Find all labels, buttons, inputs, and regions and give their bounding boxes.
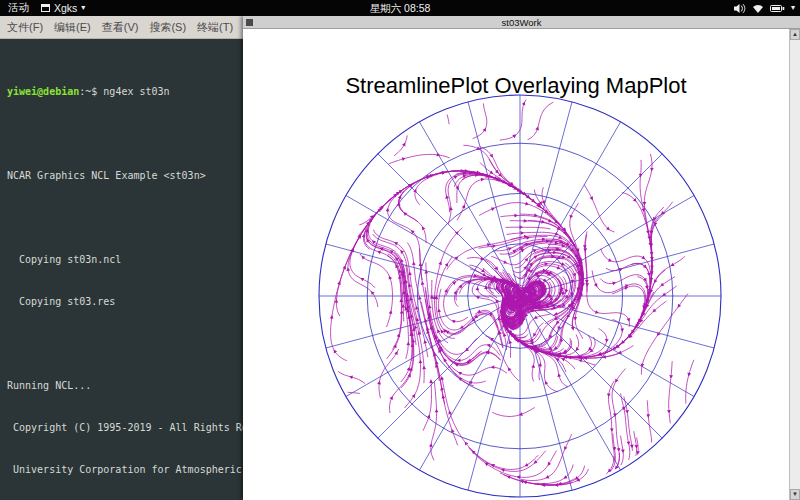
terminal-line: University Corporation for Atmospheric R… <box>7 463 236 477</box>
terminal-line: Copying st03.res <box>7 295 236 309</box>
terminal-line <box>7 211 236 225</box>
terminal-line <box>7 127 236 141</box>
menu-file[interactable]: 文件(F) <box>7 20 43 35</box>
window-titlebar[interactable]: st03Work <box>243 16 800 29</box>
chevron-down-icon: ▾ <box>791 0 795 16</box>
volume-icon <box>733 3 746 14</box>
menu-search[interactable]: 搜索(S) <box>149 20 186 35</box>
plot-canvas: StreamlinePlot Overlaying MapPlot <box>243 29 789 500</box>
menu-terminal[interactable]: 终端(T) <box>197 20 233 35</box>
vertical-scrollbar[interactable]: ▲ ▼ <box>789 29 800 500</box>
menu-view[interactable]: 查看(V) <box>102 20 139 35</box>
battery-icon <box>770 4 785 13</box>
prompt-suffix: :~$ <box>79 86 103 97</box>
network-icon <box>752 3 764 14</box>
terminal-menubar: 文件(F) 编辑(E) 查看(V) 搜索(S) 终端(T) 帮助(H) <box>0 16 243 39</box>
terminal-output[interactable]: yiwei@debian:~$ ng4ex st03n NCAR Graphic… <box>0 39 243 500</box>
terminal-line: Copyright (C) 1995-2019 - All Rights Res… <box>7 421 236 435</box>
top-bar: 活动 Xgks ▾ 星期六 08:58 ▾ <box>0 0 800 16</box>
system-tray[interactable]: ▾ <box>733 0 795 16</box>
clock[interactable]: 星期六 08:58 <box>0 0 800 16</box>
terminal-line: Copying st03n.ncl <box>7 253 236 267</box>
scroll-down-button[interactable]: ▼ <box>790 489 800 500</box>
terminal-line: Running NCL... <box>7 379 236 393</box>
st03work-window: st03Work StreamlinePlot Overlaying MapPl… <box>243 16 800 500</box>
plot-title: StreamlinePlot Overlaying MapPlot <box>243 73 789 99</box>
command-text: ng4ex st03n <box>103 86 169 97</box>
window-title: st03Work <box>502 17 542 28</box>
prompt-line: yiwei@debian:~$ ng4ex st03n <box>7 85 236 99</box>
terminal-line <box>7 337 236 351</box>
scroll-up-button[interactable]: ▲ <box>790 29 800 40</box>
terminal-window: 文件(F) 编辑(E) 查看(V) 搜索(S) 终端(T) 帮助(H) yiwe… <box>0 16 243 500</box>
prompt: yiwei@debian <box>7 86 79 97</box>
window-menu-icon[interactable] <box>246 19 253 26</box>
menu-edit[interactable]: 编辑(E) <box>54 20 91 35</box>
streamline-map-plot <box>243 29 789 500</box>
terminal-line: NCAR Graphics NCL Example <st03n> <box>7 169 236 183</box>
